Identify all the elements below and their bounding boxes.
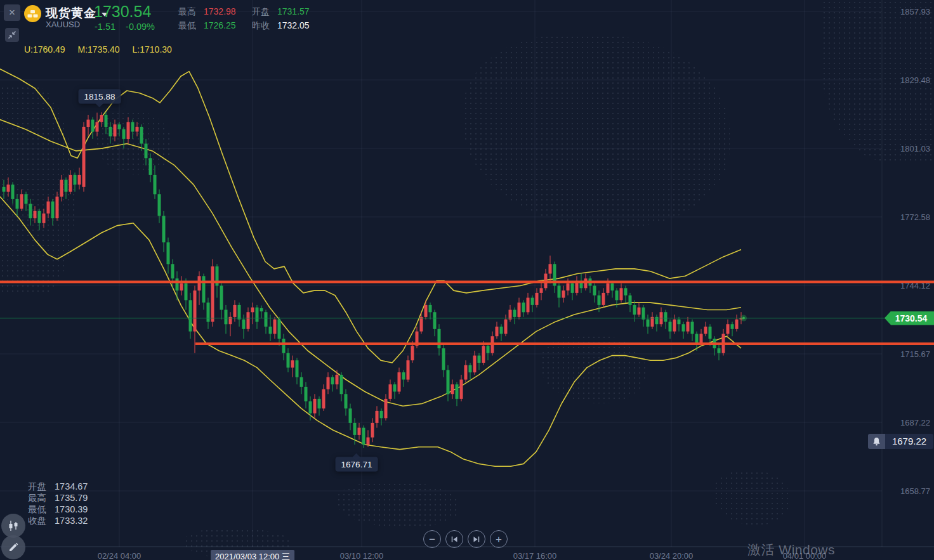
stat-value-low: 1726.25	[204, 20, 243, 32]
go-to-start-button[interactable]	[445, 530, 463, 548]
current-price-badge-value: 1730.54	[895, 313, 928, 323]
boll-lower-value: L:1710.30	[133, 44, 172, 55]
zoom-in-button[interactable]: +	[490, 530, 508, 548]
go-to-latest-button[interactable]	[468, 530, 485, 548]
minus-icon: −	[429, 531, 435, 547]
candlestick-chart[interactable]	[0, 0, 934, 560]
stat-label: 昨收	[252, 20, 273, 32]
bollinger-middle-band	[0, 120, 741, 407]
price-alert-badge[interactable]: 1679.22	[868, 434, 933, 449]
ohlc-close: 1733.32	[55, 516, 88, 526]
stat-value-high: 1732.98	[204, 6, 243, 18]
ohlc-label: 最低	[28, 504, 55, 515]
quote-stats: 最高 1732.98 开盘 1731.57 最低 1726.25 昨收 1732…	[178, 6, 326, 34]
collapse-icon	[6, 29, 18, 41]
candlestick-icon	[7, 519, 20, 532]
chart-type-button[interactable]	[1, 514, 25, 538]
trading-app-window: 1857.931829.481801.031772.581744.121715.…	[0, 0, 934, 560]
ohlc-label: 最高	[28, 492, 55, 504]
close-button[interactable]: ×	[4, 4, 20, 21]
skip-end-icon	[473, 536, 480, 543]
boll-upper-value: U:1760.49	[24, 44, 65, 55]
current-price-badge: 1730.54	[885, 311, 934, 325]
gold-bars-icon	[27, 10, 38, 18]
candlestick-series	[3, 112, 743, 448]
stat-value-prevclose: 1732.05	[277, 20, 317, 32]
change-percent: -0.09%	[126, 22, 155, 32]
ohlc-open: 1734.67	[55, 481, 88, 492]
bollinger-upper-band	[0, 69, 741, 363]
bollinger-legend: U:1760.49 M:1735.40 L:1710.30	[24, 44, 182, 55]
symbol-code: XAUUSD	[46, 20, 80, 29]
stat-label: 最高	[178, 6, 200, 18]
activate-windows-watermark: 激活 Windows	[747, 541, 835, 559]
collapse-button[interactable]	[5, 28, 19, 42]
stat-label: 最低	[178, 20, 200, 32]
stat-label: 开盘	[252, 6, 273, 18]
alert-price: 1679.22	[885, 434, 933, 449]
ohlc-label: 收盘	[28, 515, 55, 526]
selected-candle-ohlc: 开盘1734.67 最高1735.79 最低1730.39 收盘1733.32	[28, 481, 88, 526]
pencil-icon	[8, 542, 19, 553]
bollinger-lower-band	[0, 197, 741, 466]
gridlines	[0, 0, 934, 547]
close-icon: ×	[9, 6, 15, 18]
skip-start-icon	[451, 536, 458, 543]
ohlc-high: 1735.79	[55, 493, 88, 503]
stat-value-open: 1731.57	[277, 6, 317, 18]
last-price: 1730.54	[94, 3, 151, 21]
plus-icon: +	[496, 531, 502, 547]
boll-middle-value: M:1735.40	[78, 44, 120, 55]
gold-symbol-icon	[24, 5, 41, 22]
bell-icon	[868, 434, 885, 449]
ohlc-low: 1730.39	[55, 504, 88, 514]
zoom-out-button[interactable]: −	[423, 530, 441, 548]
price-change: -1.51-0.09%	[95, 22, 165, 32]
draw-tool-button[interactable]	[1, 535, 25, 559]
ohlc-label: 开盘	[28, 481, 55, 492]
change-value: -1.51	[95, 22, 115, 32]
